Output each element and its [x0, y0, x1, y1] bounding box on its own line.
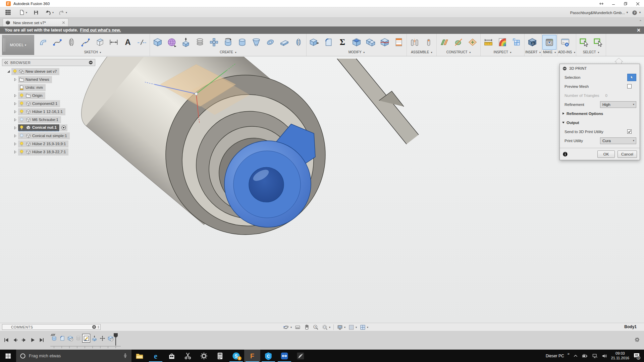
minimize-button[interactable] — [610, 1, 617, 7]
print-utility-dropdown[interactable]: Cura▾ — [600, 137, 636, 144]
tool-measure-button[interactable] — [481, 35, 495, 50]
tree-item-h-lse-2-15-9-19-9-1[interactable]: Hülse 2 15,9-19,9:1 — [18, 140, 68, 147]
tree-item-units-mm[interactable]: Units: mm — [18, 84, 46, 91]
tool-combine-button[interactable] — [364, 35, 378, 50]
tree-item-conical-nut-1[interactable]: Conical nut:1 — [18, 124, 59, 131]
tool-form-button[interactable] — [165, 35, 179, 50]
tool-text-button[interactable]: A — [121, 35, 135, 50]
dialog-header[interactable]: 3D PRINT — [560, 64, 640, 73]
taskbar-app-snipping-tool[interactable] — [180, 350, 196, 362]
cortana-search-box[interactable]: Frag mich etwas — [16, 350, 131, 362]
tool-mirror-body-button[interactable] — [291, 35, 306, 50]
resize-icon[interactable] — [598, 1, 605, 7]
action-center-icon[interactable]: 5 — [633, 352, 641, 360]
expander-closed-icon[interactable] — [12, 118, 18, 122]
tab-close-icon[interactable] — [62, 21, 65, 24]
timeline-go-to-end-button[interactable] — [38, 336, 45, 344]
app-grid-icon[interactable] — [5, 9, 11, 16]
document-tab[interactable]: New sleeve set v7* — [3, 18, 68, 26]
tray-expand-icon[interactable] — [573, 353, 578, 359]
selection-target-icon[interactable] — [60, 124, 67, 131]
expander-closed-icon[interactable] — [12, 77, 18, 82]
info-icon[interactable] — [562, 152, 568, 157]
tool-loft-button[interactable] — [249, 35, 263, 50]
taskbar-app-file-explorer[interactable] — [131, 350, 148, 362]
tool-pattern-button[interactable] — [207, 35, 221, 50]
ribbon-group-label[interactable]: ADD-INS ▾ — [558, 50, 575, 55]
dialog-collapse-icon[interactable] — [562, 66, 567, 71]
tool-create-sketch-button[interactable] — [36, 35, 50, 50]
tool-insert-mesh-button[interactable]: D — [525, 35, 539, 50]
ok-button[interactable]: OK — [597, 150, 615, 158]
tool-fillet-button[interactable] — [321, 35, 335, 50]
tree-item-conical-nut-simple-1[interactable]: Conical nut simple:1 — [18, 132, 70, 139]
tool-press-pull-button[interactable] — [307, 35, 321, 50]
tool-as-built-joint-button[interactable] — [422, 35, 436, 50]
add-comment-icon[interactable] — [92, 325, 96, 329]
expander-closed-icon[interactable] — [12, 150, 18, 154]
taskbar-app-settings[interactable] — [196, 350, 212, 362]
selection-button[interactable] — [627, 74, 636, 81]
tool-axis-button[interactable] — [451, 35, 466, 50]
nav-viewports-button[interactable]: ▾ — [358, 323, 370, 331]
tree-item-component2-1[interactable]: Component2:1 — [18, 100, 60, 107]
tool-material-button[interactable] — [392, 35, 406, 50]
ribbon-group-label[interactable]: SELECT ▾ — [577, 50, 605, 55]
expander-closed-icon[interactable] — [12, 126, 18, 130]
cancel-button[interactable]: Cancel — [618, 150, 637, 158]
timeline-play-button[interactable] — [29, 336, 36, 344]
collapse-toolbar-icon[interactable]: ⌃ — [639, 19, 642, 24]
volume-icon[interactable] — [601, 353, 608, 359]
remove-panel-icon[interactable] — [89, 60, 93, 65]
timeline-feature-cylinder[interactable] — [50, 334, 58, 342]
preview-mesh-checkbox[interactable] — [627, 84, 632, 88]
tool-spline-button[interactable] — [50, 35, 64, 50]
comments-bar[interactable]: COMMENTS ‖ — [2, 324, 101, 330]
tool-sweep-button[interactable] — [277, 35, 291, 50]
expander-open-icon[interactable] — [5, 69, 11, 74]
nav-look-at-button[interactable] — [293, 323, 302, 331]
timeline-feature-extrude[interactable] — [91, 334, 98, 342]
tool-pipe-button[interactable] — [263, 35, 277, 50]
ribbon-group-label[interactable]: CREATE ▾ — [151, 50, 306, 55]
expander-closed-icon[interactable] — [12, 102, 18, 106]
output-section[interactable]: Output — [560, 118, 640, 127]
taskbar-app-store[interactable] — [164, 350, 180, 362]
tool-fit-curve-button[interactable] — [78, 35, 93, 50]
tool-shell-button[interactable] — [350, 35, 364, 50]
banner-link[interactable]: Find out what's new. — [80, 28, 121, 33]
timeline-settings-gear-icon[interactable] — [634, 337, 640, 344]
tree-item-origin[interactable]: Origin — [18, 92, 45, 99]
tree-item-h-lse-3-18-9-22-7-1[interactable]: Hülse 3 18,9-22,7:1 — [18, 148, 68, 156]
network-icon[interactable] — [592, 353, 598, 359]
timeline-feature-fillet[interactable] — [58, 334, 66, 342]
tool-curvature-button[interactable] — [495, 35, 509, 50]
ribbon-group-label[interactable]: INSPECT ▾ — [481, 50, 524, 55]
redo-button[interactable]: ▾ — [58, 9, 67, 16]
taskbar-app-teamviewer[interactable] — [276, 350, 292, 362]
tree-item-h-lse-1-12-16-1-1[interactable]: Hülse 1 12-16,1:1 — [18, 108, 65, 115]
ribbon-group-label[interactable]: ASSEMBLE ▾ — [408, 50, 436, 55]
tool-point-button[interactable] — [466, 35, 480, 50]
taskbar-app-cura[interactable]: C — [260, 350, 276, 362]
ribbon-group-label[interactable]: MODIFY ▾ — [307, 50, 406, 55]
timeline-feature-move[interactable] — [99, 334, 106, 342]
banner-close-icon[interactable]: ✕ — [637, 27, 641, 33]
start-button[interactable] — [0, 350, 16, 362]
tree-item-new-sleeve-set-v7[interactable]: New sleeve set v7 — [11, 68, 59, 75]
tool-joint-button[interactable] — [408, 35, 422, 50]
undo-button[interactable]: ▾ — [45, 9, 54, 16]
tool-cylinder-button[interactable] — [235, 35, 249, 50]
refinement-options-section[interactable]: Refinement Options — [560, 109, 640, 118]
nav-fit-button[interactable]: ▾ — [320, 323, 332, 331]
help-menu[interactable]: ?▼ — [632, 7, 641, 18]
taskbar-app-fusion-360[interactable]: F — [244, 350, 260, 362]
account-menu[interactable]: Passchburg&Wunderlich Gmb...▼ — [570, 7, 629, 18]
tool-dimension-button[interactable] — [107, 35, 121, 50]
expander-closed-icon[interactable] — [12, 134, 18, 138]
tool-revolve-button[interactable] — [221, 35, 235, 50]
device-name[interactable]: Dieser PC — [546, 354, 564, 358]
collapse-panel-icon[interactable] — [4, 61, 9, 65]
timeline-step-forward-button[interactable] — [20, 336, 28, 344]
timeline-step-back-button[interactable] — [11, 336, 19, 344]
